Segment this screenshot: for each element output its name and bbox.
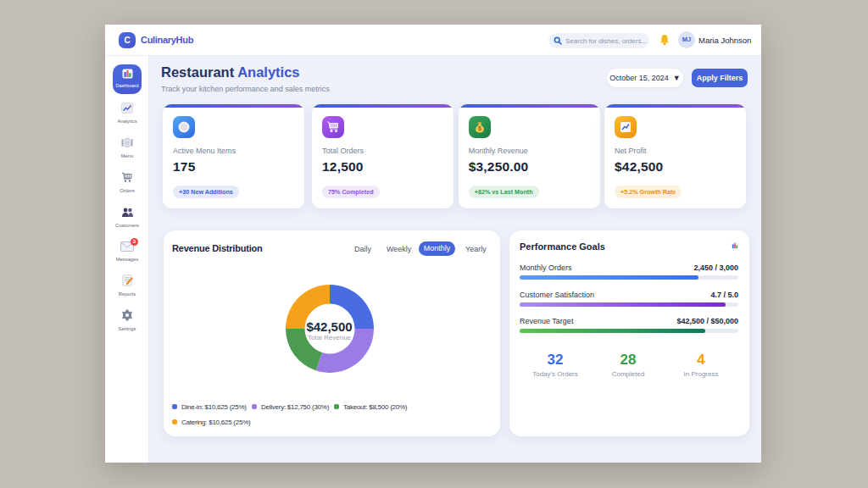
svg-text:$: $ <box>478 125 481 132</box>
